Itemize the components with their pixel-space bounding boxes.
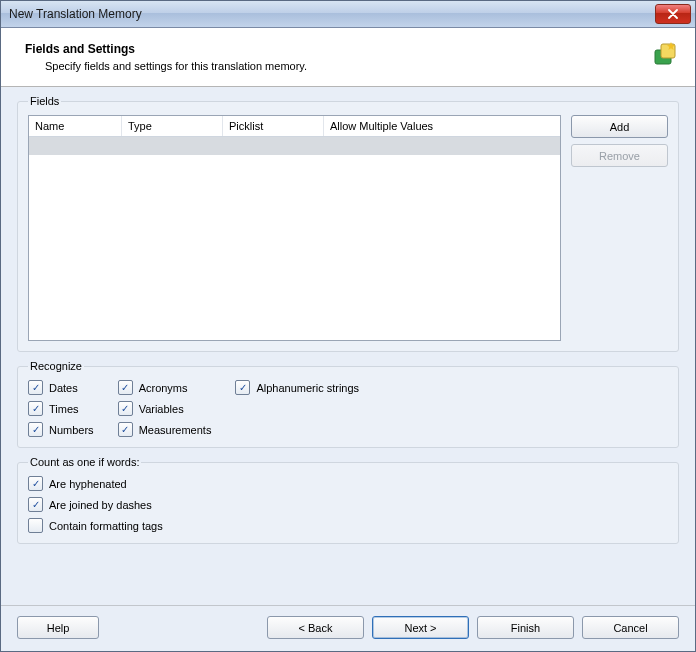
checkbox-dates[interactable]: ✓ Dates [28,380,94,395]
check-icon: ✓ [118,422,133,437]
header: Fields and Settings Specify fields and s… [1,28,695,87]
checkbox-label: Numbers [49,424,94,436]
check-icon: ✓ [28,380,43,395]
check-icon [28,518,43,533]
check-icon: ✓ [235,380,250,395]
fields-table-header: Name Type Picklist Allow Multiple Values [29,116,560,137]
check-icon: ✓ [28,476,43,491]
tm-icon [653,42,677,68]
content: Fields Name Type Picklist Allow Multiple… [1,87,695,605]
checkbox-dashes[interactable]: ✓ Are joined by dashes [28,497,668,512]
remove-button: Remove [571,144,668,167]
next-button[interactable]: Next > [372,616,469,639]
header-text: Fields and Settings Specify fields and s… [25,42,653,72]
page-subtitle: Specify fields and settings for this tra… [25,60,653,72]
checkbox-measurements[interactable]: ✓ Measurements [118,422,212,437]
page-title: Fields and Settings [25,42,653,56]
fields-table-body[interactable] [29,137,560,340]
table-row[interactable] [29,137,560,155]
checkbox-numbers[interactable]: ✓ Numbers [28,422,94,437]
cancel-button[interactable]: Cancel [582,616,679,639]
checkbox-acronyms[interactable]: ✓ Acronyms [118,380,212,395]
recognize-group-label: Recognize [28,360,84,372]
window: New Translation Memory Fields and Settin… [0,0,696,652]
titlebar: New Translation Memory [1,1,695,28]
checkbox-label: Measurements [139,424,212,436]
count-group: Count as one if words: ✓ Are hyphenated … [17,456,679,544]
checkbox-formatting[interactable]: Contain formatting tags [28,518,668,533]
col-allow-multiple[interactable]: Allow Multiple Values [324,116,560,136]
fields-group: Fields Name Type Picklist Allow Multiple… [17,95,679,352]
checkbox-label: Variables [139,403,184,415]
checkbox-label: Are hyphenated [49,478,127,490]
col-name[interactable]: Name [29,116,122,136]
checkbox-label: Times [49,403,79,415]
add-button[interactable]: Add [571,115,668,138]
finish-button[interactable]: Finish [477,616,574,639]
footer: Help < Back Next > Finish Cancel [1,605,695,651]
checkbox-times[interactable]: ✓ Times [28,401,94,416]
checkbox-hyphenated[interactable]: ✓ Are hyphenated [28,476,668,491]
fields-table[interactable]: Name Type Picklist Allow Multiple Values [28,115,561,341]
check-icon: ✓ [118,380,133,395]
checkbox-label: Dates [49,382,78,394]
window-title: New Translation Memory [5,7,655,21]
col-type[interactable]: Type [122,116,223,136]
checkbox-label: Are joined by dashes [49,499,152,511]
checkbox-variables[interactable]: ✓ Variables [118,401,212,416]
check-icon: ✓ [118,401,133,416]
fields-group-label: Fields [28,95,61,107]
checkbox-label: Acronyms [139,382,188,394]
check-icon: ✓ [28,401,43,416]
checkbox-label: Contain formatting tags [49,520,163,532]
close-icon [668,9,678,19]
count-group-label: Count as one if words: [28,456,141,468]
back-button[interactable]: < Back [267,616,364,639]
close-button[interactable] [655,4,691,24]
checkbox-label: Alphanumeric strings [256,382,359,394]
check-icon: ✓ [28,422,43,437]
recognize-group: Recognize ✓ Dates ✓ Times ✓ Numbers [17,360,679,448]
check-icon: ✓ [28,497,43,512]
checkbox-alphanumeric[interactable]: ✓ Alphanumeric strings [235,380,359,395]
col-picklist[interactable]: Picklist [223,116,324,136]
help-button[interactable]: Help [17,616,99,639]
